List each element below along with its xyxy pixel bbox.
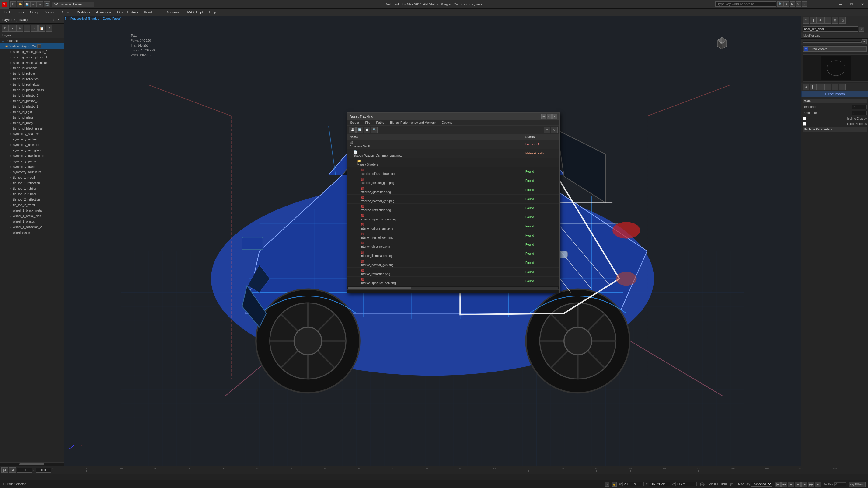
asset-row-8[interactable]: 🖼 exterior_specular_gen.pngFound bbox=[347, 213, 559, 222]
mod-icon-6[interactable]: ◻ bbox=[839, 17, 846, 24]
layer-item-34[interactable]: ○wheel_1_reflection_2 bbox=[0, 224, 64, 230]
asset-row-6[interactable]: 🖼 exterior_normal_gen.pngFound bbox=[347, 195, 559, 204]
asset-row-0[interactable]: 🏛 Autodesk VaultLogged Out bbox=[347, 140, 559, 149]
asset-table-body[interactable]: 🏛 Autodesk VaultLogged Out📄 Station_Wago… bbox=[347, 140, 559, 286]
layers-scrollbar[interactable] bbox=[0, 462, 64, 465]
asset-row-1[interactable]: 📄 Station_Wagon_Car_max_vray.maxNetwork … bbox=[347, 149, 559, 158]
mod-icon-1[interactable]: ⊙ bbox=[803, 17, 809, 24]
menu-rendering[interactable]: Rendering bbox=[141, 10, 162, 14]
asset-tool-3[interactable]: 🔍 bbox=[371, 127, 378, 133]
asset-row-10[interactable]: 🖼 interior_fresnel_gen.pngFound bbox=[347, 231, 559, 240]
mod-tool-4[interactable]: ┤ bbox=[825, 84, 831, 90]
layer-item-29[interactable]: ○tie_rod_2_reflection bbox=[0, 197, 64, 202]
key-filters-button[interactable]: Key Filters... bbox=[849, 482, 866, 487]
layer-item-14[interactable]: ○trunk_lid_glass bbox=[0, 115, 64, 120]
render-setup-btn[interactable]: 📷 bbox=[44, 1, 50, 7]
asset-panel-minimize[interactable]: ─ bbox=[541, 114, 546, 119]
object-name-input[interactable] bbox=[803, 27, 858, 32]
open-btn[interactable]: 📂 bbox=[17, 1, 23, 7]
asset-row-15[interactable]: 🖼 interior_specular_gen.pngFound bbox=[347, 277, 559, 286]
layer-item-32[interactable]: ○wheel_1_brake_disk bbox=[0, 213, 64, 219]
layer-item-15[interactable]: ○trunk_lid_body bbox=[0, 120, 64, 126]
asset-menu-bitmap[interactable]: Bitmap Performance and Memory bbox=[387, 120, 439, 125]
menu-animation[interactable]: Animation bbox=[93, 10, 114, 14]
play-last-btn[interactable]: ▶| bbox=[815, 482, 821, 487]
object-dropdown[interactable]: ▼ bbox=[859, 27, 864, 32]
play-first-btn[interactable]: |◀ bbox=[775, 482, 781, 487]
help-icon[interactable]: ? bbox=[802, 1, 807, 7]
layers-close-btn[interactable]: ✕ bbox=[56, 17, 61, 22]
asset-menu-paths[interactable]: Paths bbox=[373, 120, 387, 125]
asset-row-12[interactable]: 🖼 interior_illumination.pngFound bbox=[347, 249, 559, 258]
redo-btn[interactable]: ↪ bbox=[37, 1, 43, 7]
layer-item-23[interactable]: ○symmetry_glass bbox=[0, 164, 64, 169]
layer-item-30[interactable]: ○tie_rod_2_metal bbox=[0, 202, 64, 208]
mod-tool-2[interactable]: ▌ bbox=[810, 84, 816, 90]
save-btn[interactable]: 💾 bbox=[24, 1, 30, 7]
undo-btn[interactable]: ↩ bbox=[30, 1, 36, 7]
menu-create[interactable]: Create bbox=[57, 10, 73, 14]
menu-graph-editors[interactable]: Graph Editors bbox=[114, 10, 141, 14]
layer-item-24[interactable]: ○symmetry_aluminum bbox=[0, 169, 64, 175]
close-button[interactable]: ✕ bbox=[857, 0, 868, 8]
layer-item-5[interactable]: ○trunk_lid_window bbox=[0, 65, 64, 71]
menu-modifiers[interactable]: Modifiers bbox=[73, 10, 93, 14]
search-icon[interactable]: 🔍 bbox=[777, 1, 783, 7]
asset-horizontal-scrollbar[interactable] bbox=[347, 286, 559, 289]
layer-select-btn-1[interactable] bbox=[37, 44, 41, 48]
asset-row-11[interactable]: 🖼 interior_glossines.pngFound bbox=[347, 240, 559, 249]
asset-scroll-thumb[interactable] bbox=[348, 287, 411, 289]
lock-icon[interactable]: 🔒 bbox=[612, 482, 617, 487]
asset-tool-2[interactable]: 📋 bbox=[364, 127, 370, 133]
z-coord-input[interactable] bbox=[675, 482, 697, 486]
play-btn[interactable]: ▶ bbox=[795, 482, 801, 487]
asset-row-9[interactable]: 🖼 interior_diffuse_gen.pngFound bbox=[347, 222, 559, 231]
layer-item-19[interactable]: ○symmetry_reflection bbox=[0, 142, 64, 148]
menu-edit[interactable]: Edit bbox=[1, 10, 13, 14]
layer-item-6[interactable]: ○trunk_lid_rubber bbox=[0, 71, 64, 76]
turbosmooth-modifier[interactable]: □ TurboSmooth bbox=[803, 46, 867, 52]
asset-panel-maximize[interactable]: □ bbox=[547, 114, 552, 119]
asset-row-13[interactable]: 🖼 interior_normal_gen.pngFound bbox=[347, 258, 559, 267]
layer-item-28[interactable]: ○tie_rod_2_rubber bbox=[0, 191, 64, 197]
layers-tool-5[interactable]: 📋 bbox=[38, 25, 45, 32]
layer-item-8[interactable]: ○trunk_lid_red_glass bbox=[0, 82, 64, 87]
layers-tool-0[interactable]: 🗋 bbox=[2, 25, 8, 32]
layer-item-20[interactable]: ○symmetry_red_glass bbox=[0, 148, 64, 153]
asset-menu-server[interactable]: Server bbox=[347, 120, 362, 125]
asset-row-4[interactable]: 🖼 exterior_fresnel_gen.pngFound bbox=[347, 176, 559, 186]
layer-item-27[interactable]: ○tie_rod_1_rubber bbox=[0, 186, 64, 191]
asset-scroll-track[interactable] bbox=[348, 287, 558, 289]
menu-group[interactable]: Group bbox=[27, 10, 42, 14]
timeline-track[interactable]: 0510152025303540455055606570758085909510… bbox=[52, 466, 867, 474]
layers-tool-3[interactable]: ↑ bbox=[24, 25, 30, 32]
layers-list[interactable]: □0 (default)✓▣Station_Wagon_Car○steering… bbox=[0, 38, 64, 462]
asset-row-2[interactable]: 📁 Maps / Shaders bbox=[347, 158, 559, 167]
layer-item-3[interactable]: ○steering_wheel_plastic_1 bbox=[0, 55, 64, 60]
iterations-input[interactable] bbox=[851, 105, 867, 109]
add-time-tag-input[interactable] bbox=[834, 482, 846, 486]
asset-panel-close[interactable]: ✕ bbox=[552, 114, 557, 119]
layer-item-11[interactable]: ○trunk_lid_plastic_2 bbox=[0, 98, 64, 104]
layer-item-22[interactable]: ○symmetry_plastic bbox=[0, 158, 64, 164]
minimize-button[interactable]: ─ bbox=[835, 0, 846, 8]
workspace-selector[interactable]: Workspace: Default bbox=[52, 2, 94, 7]
layer-item-2[interactable]: ○steering_wheel_plastic_2 bbox=[0, 49, 64, 55]
search-input[interactable] bbox=[715, 1, 776, 7]
play-prev-btn[interactable]: ◀◀ bbox=[781, 482, 787, 487]
modifier-list-arrow[interactable]: ▼ bbox=[862, 39, 867, 44]
menu-views[interactable]: Views bbox=[42, 10, 57, 14]
layers-help-btn[interactable]: ? bbox=[51, 17, 56, 22]
mod-tool-5[interactable]: ├ bbox=[832, 84, 838, 90]
layer-item-18[interactable]: ○symmetry_rubber bbox=[0, 136, 64, 142]
play-next-btn[interactable]: ▶▶ bbox=[808, 482, 814, 487]
layer-item-16[interactable]: ○trunk_lid_black_metal bbox=[0, 126, 64, 131]
layer-item-26[interactable]: ○tie_rod_1_reflection bbox=[0, 180, 64, 186]
frame-current-input[interactable] bbox=[17, 468, 32, 473]
layers-tool-6[interactable]: ↺ bbox=[45, 25, 52, 32]
mod-icon-4[interactable]: ☰ bbox=[825, 17, 831, 24]
search-options-icon[interactable]: ⚙ bbox=[796, 1, 801, 7]
layer-item-31[interactable]: ○wheel_1_black_metal bbox=[0, 208, 64, 213]
asset-tool-help[interactable]: ? bbox=[544, 127, 550, 133]
play-next-frame-btn[interactable]: ▶ bbox=[801, 482, 807, 487]
